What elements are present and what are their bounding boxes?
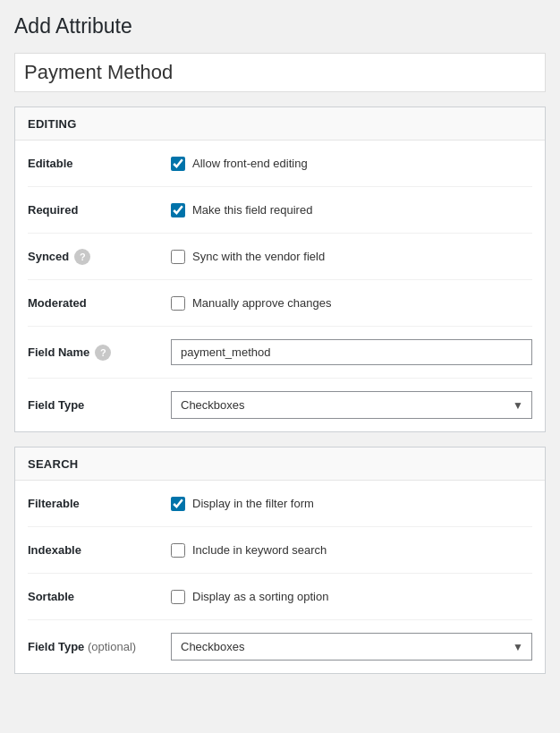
editable-checkbox-label: Allow front-end editing: [192, 157, 308, 170]
page-title: Add Attribute: [14, 14, 546, 38]
search-field-type-row: Field Type (optional) Checkboxes Text Se…: [28, 620, 532, 673]
synced-label: Synced ?: [28, 249, 171, 265]
field-type-select-wrapper: Checkboxes Text Select Radio Textarea ▼: [171, 391, 532, 419]
editable-label: Editable: [28, 157, 171, 170]
field-name-row: Field Name ?: [28, 327, 532, 379]
field-name-help-icon[interactable]: ?: [95, 345, 111, 361]
search-section-header: Search: [15, 447, 545, 481]
field-type-control: Checkboxes Text Select Radio Textarea ▼: [171, 391, 532, 419]
required-row: Required Make this field required: [28, 187, 532, 234]
indexable-label: Indexable: [28, 543, 171, 557]
indexable-checkbox-label: Include in keyword search: [192, 543, 327, 557]
editing-section: Editing Editable Allow front-end editing: [14, 107, 546, 432]
moderated-control: Manually approve changes: [171, 296, 532, 311]
field-name-control: [171, 339, 532, 365]
sortable-control: Display as a sorting option: [171, 590, 532, 604]
required-checkbox-wrapper[interactable]: Make this field required: [171, 203, 312, 217]
field-name-input[interactable]: [171, 339, 532, 365]
field-type-optional-label: (optional): [88, 640, 136, 653]
search-section: Search Filterable Display in the filter …: [14, 447, 546, 674]
search-field-type-control: Checkboxes Text Select Radio Textarea ▼: [171, 633, 532, 661]
sortable-checkbox[interactable]: [171, 590, 185, 604]
sortable-checkbox-label: Display as a sorting option: [192, 590, 328, 603]
search-field-type-select[interactable]: Checkboxes Text Select Radio Textarea: [171, 633, 532, 661]
indexable-checkbox[interactable]: [171, 543, 185, 558]
field-type-select[interactable]: Checkboxes Text Select Radio Textarea: [171, 391, 532, 419]
sortable-checkbox-wrapper[interactable]: Display as a sorting option: [171, 590, 328, 604]
required-checkbox[interactable]: [171, 203, 185, 217]
editing-section-header: Editing: [15, 107, 545, 141]
field-type-label: Field Type: [28, 398, 171, 412]
search-section-body: Filterable Display in the filter form In…: [15, 481, 545, 673]
filterable-control: Display in the filter form: [171, 497, 532, 511]
field-type-row: Field Type Checkboxes Text Select Radio …: [28, 379, 532, 431]
search-field-type-select-wrapper: Checkboxes Text Select Radio Textarea ▼: [171, 633, 532, 661]
indexable-row: Indexable Include in keyword search: [28, 527, 532, 574]
attribute-name-input[interactable]: [14, 53, 546, 92]
required-control: Make this field required: [171, 203, 532, 217]
search-section-title: Search: [28, 457, 78, 471]
synced-control: Sync with the vendor field: [171, 250, 532, 264]
editing-section-body: Editable Allow front-end editing Require…: [15, 141, 545, 431]
moderated-checkbox-label: Manually approve changes: [192, 296, 331, 310]
moderated-checkbox-wrapper[interactable]: Manually approve changes: [171, 296, 331, 311]
moderated-label: Moderated: [28, 296, 171, 310]
filterable-checkbox-wrapper[interactable]: Display in the filter form: [171, 497, 314, 511]
indexable-checkbox-wrapper[interactable]: Include in keyword search: [171, 543, 327, 558]
editable-checkbox[interactable]: [171, 157, 185, 171]
moderated-row: Moderated Manually approve changes: [28, 280, 532, 327]
editable-row: Editable Allow front-end editing: [28, 141, 532, 187]
editable-control: Allow front-end editing: [171, 157, 532, 171]
sortable-row: Sortable Display as a sorting option: [28, 574, 532, 620]
indexable-control: Include in keyword search: [171, 543, 532, 558]
filterable-checkbox[interactable]: [171, 497, 185, 511]
sortable-label: Sortable: [28, 590, 171, 603]
search-field-type-label: Field Type (optional): [28, 640, 171, 653]
filterable-row: Filterable Display in the filter form: [28, 481, 532, 527]
synced-checkbox-wrapper[interactable]: Sync with the vendor field: [171, 250, 325, 264]
page-wrapper: Add Attribute Editing Editable Allow fro…: [0, 0, 560, 710]
required-checkbox-label: Make this field required: [192, 203, 312, 217]
synced-help-icon[interactable]: ?: [74, 249, 90, 265]
editing-section-title: Editing: [28, 117, 77, 131]
required-label: Required: [28, 203, 171, 217]
synced-checkbox-label: Sync with the vendor field: [192, 250, 325, 263]
filterable-checkbox-label: Display in the filter form: [192, 497, 314, 510]
moderated-checkbox[interactable]: [171, 296, 185, 311]
field-name-label: Field Name ?: [28, 345, 171, 361]
filterable-label: Filterable: [28, 497, 171, 510]
synced-checkbox[interactable]: [171, 250, 185, 264]
editable-checkbox-wrapper[interactable]: Allow front-end editing: [171, 157, 308, 171]
synced-row: Synced ? Sync with the vendor field: [28, 234, 532, 280]
